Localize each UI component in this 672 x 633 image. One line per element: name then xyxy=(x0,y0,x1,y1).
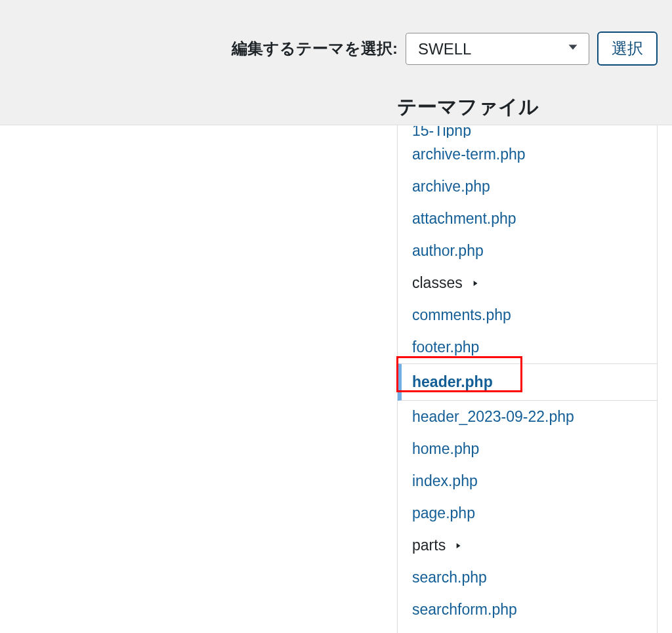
file-tree-item[interactable]: header_2023-09-22.php xyxy=(398,401,657,433)
file-link[interactable]: header_2023-09-22.php xyxy=(412,408,574,425)
file-list: 15-Tipnparchive-term.phparchive.phpattac… xyxy=(398,125,657,626)
file-link[interactable]: search.php xyxy=(412,569,487,586)
file-link[interactable]: header.php xyxy=(412,373,493,390)
file-tree-item[interactable]: home.php xyxy=(398,433,657,465)
theme-select-label: 編集するテーマを選択: xyxy=(232,38,398,59)
select-button[interactable]: 選択 xyxy=(597,31,658,66)
theme-select[interactable]: SWELL xyxy=(406,33,589,65)
arrow-right-icon xyxy=(471,274,480,292)
file-tree-item[interactable]: 15-Tipnp xyxy=(398,125,657,138)
content-area: テーマファイル 15-Tipnparchive-term.phparchive.… xyxy=(0,125,672,633)
file-tree-item[interactable]: page.php xyxy=(398,497,657,529)
file-tree-item[interactable]: attachment.php xyxy=(398,203,657,235)
file-tree-item[interactable]: comments.php xyxy=(398,299,657,331)
file-link[interactable]: archive-term.php xyxy=(412,146,526,163)
file-tree-item[interactable]: index.php xyxy=(398,465,657,497)
top-bar: 編集するテーマを選択: SWELL 選択 xyxy=(0,0,672,125)
file-tree-item[interactable]: footer.php xyxy=(398,331,657,363)
file-tree-item[interactable]: searchform.php xyxy=(398,594,657,626)
theme-files-heading: テーマファイル xyxy=(397,94,539,121)
file-link[interactable]: comments.php xyxy=(412,306,511,323)
file-panel: 15-Tipnparchive-term.phparchive.phpattac… xyxy=(397,125,658,633)
folder-label: parts xyxy=(412,537,446,554)
file-tree-item[interactable]: header.php xyxy=(398,363,658,401)
file-link[interactable]: attachment.php xyxy=(412,210,516,227)
file-link[interactable]: home.php xyxy=(412,440,479,457)
file-link[interactable]: archive.php xyxy=(412,178,490,195)
file-link[interactable]: page.php xyxy=(412,504,475,521)
file-tree-item[interactable]: archive-term.php xyxy=(398,138,657,171)
file-link[interactable]: index.php xyxy=(412,472,478,489)
file-link[interactable]: 15-Tipnp xyxy=(412,125,471,138)
file-tree-item[interactable]: author.php xyxy=(398,235,657,267)
file-link[interactable]: searchform.php xyxy=(412,601,517,618)
file-tree-item[interactable]: archive.php xyxy=(398,171,657,203)
file-link[interactable]: author.php xyxy=(412,242,484,259)
arrow-right-icon xyxy=(453,537,463,554)
file-link[interactable]: footer.php xyxy=(412,338,479,356)
file-tree-folder[interactable]: classes xyxy=(398,267,657,299)
file-tree-folder[interactable]: parts xyxy=(398,529,657,562)
file-tree-item[interactable]: search.php xyxy=(398,562,657,594)
folder-label: classes xyxy=(412,274,463,292)
